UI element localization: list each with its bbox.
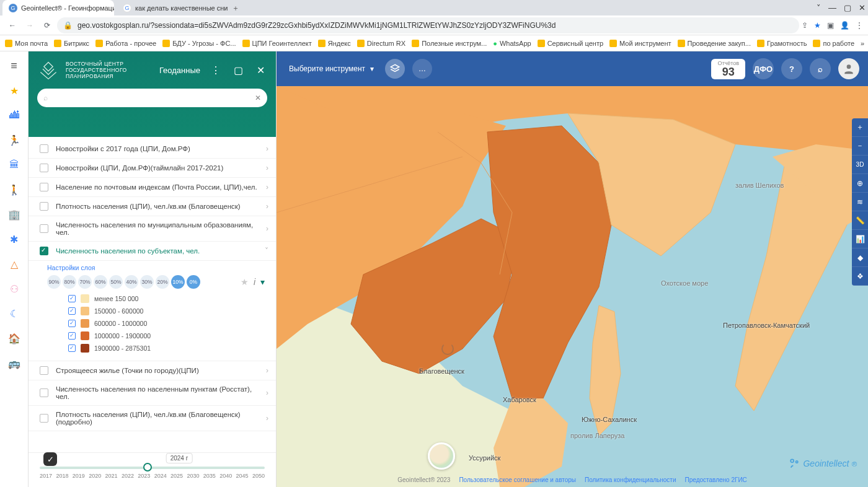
menu-icon[interactable]: ≡: [6, 58, 22, 74]
chevron-down-icon[interactable]: ˅: [265, 247, 268, 255]
timeline[interactable]: 2024 г 201720182019 202020212022 2023202…: [29, 452, 276, 487]
footer-link[interactable]: Политика конфиденциальности: [585, 476, 676, 483]
star-icon[interactable]: ★: [6, 82, 22, 99]
basemap-button[interactable]: ❖: [852, 267, 868, 286]
layer-checkbox[interactable]: [40, 388, 48, 397]
opacity-button[interactable]: 80%: [63, 275, 76, 289]
star-icon[interactable]: ★: [814, 21, 821, 30]
side-panel-icon[interactable]: ▣: [827, 21, 834, 30]
bookmark-item[interactable]: Directum RX: [357, 40, 405, 47]
new-tab-button[interactable]: ＋: [228, 1, 243, 15]
bookmark-item[interactable]: Моя почта: [5, 40, 48, 47]
nav-refresh-button[interactable]: ⟳: [40, 18, 55, 33]
bus-icon[interactable]: 🚌: [6, 355, 22, 371]
search-field[interactable]: [48, 93, 255, 103]
legend-checkbox[interactable]: [68, 320, 76, 327]
search-input[interactable]: ⌕ ✕: [37, 89, 267, 107]
panel-menu-icon[interactable]: ⋮: [209, 63, 223, 77]
opacity-button[interactable]: 60%: [94, 275, 107, 289]
zoom-in-button[interactable]: ＋: [852, 118, 868, 137]
layer-checkbox[interactable]: [40, 183, 48, 191]
opacity-button[interactable]: 30%: [140, 275, 154, 289]
network-icon[interactable]: ✱: [6, 231, 22, 247]
layer-checkbox[interactable]: [40, 414, 48, 423]
browser-tab[interactable]: G как делать качественные сним ✕: [117, 0, 228, 15]
bookmark-item[interactable]: ЦПИ Геоинтеллект: [242, 40, 312, 47]
layer-row[interactable]: Численность населения по населенным пунк…: [29, 380, 276, 406]
opacity-button[interactable]: 90%: [47, 275, 61, 289]
bookmark-item[interactable]: Сервисный центр: [538, 40, 603, 47]
bookmark-item[interactable]: БДУ - Угрозы - ФС...: [162, 40, 236, 47]
layer-checkbox[interactable]: [40, 164, 48, 172]
city-icon[interactable]: 🏙: [6, 107, 22, 123]
layers-stack-button[interactable]: ≋: [852, 193, 868, 211]
zoom-out-button[interactable]: －: [852, 137, 868, 156]
moon-icon[interactable]: ☾: [6, 305, 22, 322]
chevron-down-icon[interactable]: ˅: [817, 3, 821, 12]
window-maximize-button[interactable]: ▢: [844, 3, 851, 12]
bookmark-item[interactable]: Битрикс: [54, 40, 89, 47]
panel-expand-icon[interactable]: ▢: [231, 63, 245, 77]
nav-forward-button[interactable]: →: [22, 18, 37, 33]
pedestrian-icon[interactable]: 🚶: [6, 182, 22, 198]
layer-checkbox[interactable]: [40, 224, 48, 233]
layer-row[interactable]: Строящееся жилье (Точки по городу)(ЦПИ) …: [29, 361, 276, 380]
chevron-right-icon[interactable]: ›: [266, 366, 268, 375]
chevron-right-icon[interactable]: ›: [266, 164, 268, 172]
chevron-right-icon[interactable]: ›: [266, 202, 268, 211]
legend-item[interactable]: 600000 - 1000000: [68, 317, 265, 330]
timeline-handle[interactable]: [143, 463, 152, 472]
3d-toggle-button[interactable]: 3D: [852, 156, 868, 174]
reports-counter[interactable]: Отчётов 93: [711, 59, 745, 79]
info-icon[interactable]: i: [254, 277, 255, 287]
layers-tool-button[interactable]: [385, 59, 405, 79]
footer-link[interactable]: Пользовательское соглашение и авторы: [459, 476, 576, 483]
timeline-track[interactable]: [40, 467, 265, 469]
layer-row[interactable]: Плотность населения (ЦПИ), чел./кв.км (Б…: [29, 197, 276, 216]
layer-row[interactable]: Население по почтовым индексам (Почта Ро…: [29, 178, 276, 197]
erase-button[interactable]: ◆: [852, 248, 868, 267]
filter-icon[interactable]: ▾: [260, 277, 265, 287]
ruler-button[interactable]: 📏: [852, 211, 868, 230]
legend-checkbox[interactable]: [68, 344, 76, 352]
window-minimize-button[interactable]: —: [828, 3, 836, 12]
legend-checkbox[interactable]: [68, 332, 76, 340]
chevron-right-icon[interactable]: ›: [266, 414, 268, 423]
layer-checkbox[interactable]: [40, 247, 48, 255]
more-tools-button[interactable]: …: [412, 59, 432, 79]
bookmark-item[interactable]: ●WhatsApp: [493, 40, 531, 47]
bookmark-item[interactable]: по работе: [813, 40, 854, 47]
bubbles-icon[interactable]: ⚇: [6, 281, 22, 297]
browser-tab-active[interactable]: G Geointellect® - Геоинформацио ✕: [2, 0, 114, 15]
bookmark-item[interactable]: Работа - прочее: [95, 40, 156, 47]
layer-row[interactable]: Численность населения по муниципальным о…: [29, 216, 276, 242]
layer-row[interactable]: Плотность населения (ЦПИ), чел./кв.км (Б…: [29, 406, 276, 431]
layer-row[interactable]: Новостройки с 2017 года (ЦПИ, Дом.РФ) ›: [29, 139, 276, 159]
favorite-icon[interactable]: ★: [241, 277, 249, 287]
help-button[interactable]: ?: [781, 58, 802, 79]
layer-settings-link[interactable]: Настройки слоя: [47, 264, 95, 271]
select-tool-dropdown[interactable]: Выберите инструмент ▾: [285, 64, 378, 73]
chevron-right-icon[interactable]: ›: [266, 388, 268, 397]
bookmark-item[interactable]: Мой инструмент: [609, 40, 671, 47]
minimap[interactable]: [428, 442, 455, 470]
bookmark-item[interactable]: Полезные инструм...: [412, 40, 487, 47]
bookmark-item[interactable]: Яндекс: [318, 40, 351, 47]
layer-checkbox[interactable]: [40, 144, 48, 153]
user-avatar[interactable]: [838, 58, 859, 79]
sport-icon[interactable]: 🏃: [6, 132, 22, 148]
bookmarks-overflow-button[interactable]: »: [861, 40, 864, 47]
nav-back-button[interactable]: ←: [5, 18, 20, 33]
bookmark-item[interactable]: Грамотность: [757, 40, 807, 47]
chevron-right-icon[interactable]: ›: [266, 144, 268, 153]
compass-button[interactable]: ⊕: [852, 174, 868, 193]
warning-icon[interactable]: △: [6, 256, 22, 272]
clear-search-icon[interactable]: ✕: [255, 94, 261, 102]
opacity-button[interactable]: 40%: [125, 275, 138, 289]
bank-icon[interactable]: 🏛: [6, 157, 22, 173]
layer-row[interactable]: Новостройки (ЦПИ, Дом.РФ)(таймлайн 2017-…: [29, 159, 276, 178]
console-icon[interactable]: ✓: [43, 452, 57, 466]
browser-menu-icon[interactable]: ⋮: [856, 21, 863, 30]
legend-item[interactable]: 1900000 - 2875301: [68, 342, 265, 354]
url-input[interactable]: 🔒 geo.vostokgosplan.ru/?sessiondata=di5s…: [57, 17, 799, 33]
